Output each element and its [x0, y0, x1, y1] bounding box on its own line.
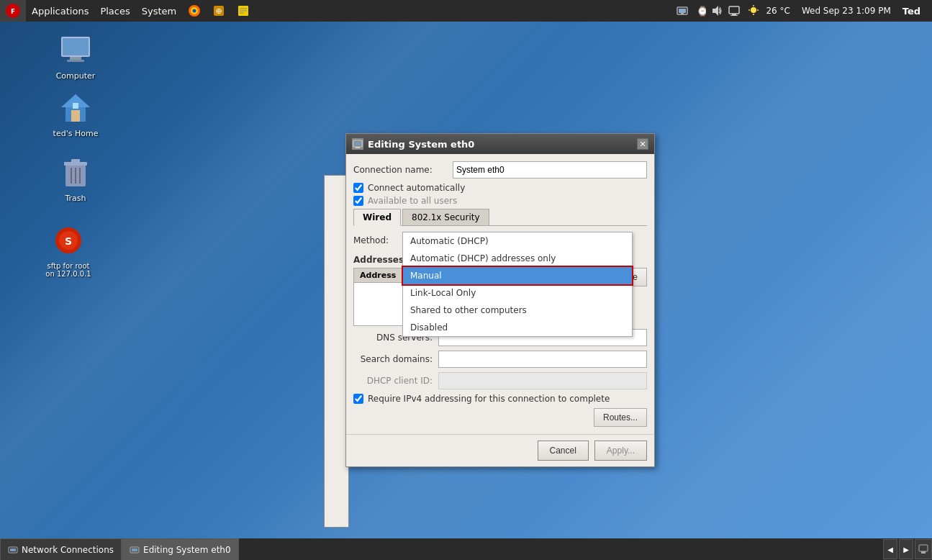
require-ipv4-label: Require IPv4 addressing for this connect…: [368, 394, 610, 404]
connect-auto-checkbox[interactable]: [353, 183, 363, 193]
tabs-bar: Wired 802.1x Security: [353, 209, 647, 226]
method-option-shared[interactable]: Shared to other computers: [403, 302, 632, 319]
svg-point-4: [193, 9, 196, 13]
svg-marker-15: [712, 6, 718, 16]
weather-widget[interactable]: 26 °C: [744, 4, 795, 17]
edit-dialog: Editing System eth0 ✕ Connection name: C…: [345, 133, 655, 467]
svg-rect-42: [355, 142, 361, 145]
svg-text:⊕: ⊕: [216, 6, 222, 16]
svg-rect-18: [730, 15, 738, 16]
dhcp-client-id-input: [438, 372, 647, 389]
connection-name-label: Connection name:: [353, 165, 447, 175]
taskbar-right-nav[interactable]: ▶: [899, 539, 913, 559]
taskbar-network-icon: [8, 545, 18, 555]
desktop-icon-sftp[interactable]: S sftp for root on 127.0.0.1: [40, 223, 97, 279]
svg-rect-48: [919, 545, 928, 551]
svg-rect-12: [679, 9, 686, 13]
taskbar-edit-icon: [130, 545, 140, 555]
require-ipv4-row: Require IPv4 addressing for this connect…: [353, 394, 647, 404]
dialog-footer: Cancel Apply...: [346, 434, 654, 466]
svg-rect-17: [732, 14, 736, 15]
tab-wired[interactable]: Wired: [353, 209, 401, 226]
sftp-icon-label: sftp for root on 127.0.0.1: [40, 261, 97, 279]
dialog-body: Connection name: Connect automatically A…: [346, 154, 654, 434]
svg-point-19: [751, 7, 756, 13]
trash-icon-label: Trash: [62, 192, 89, 204]
computer-icon-img: [58, 32, 93, 67]
dialog-title-text: Editing System eth0: [368, 139, 474, 150]
dialog-title-icon: [352, 138, 363, 150]
require-ipv4-checkbox[interactable]: [353, 394, 363, 404]
display-icon[interactable]: [727, 4, 741, 18]
method-label: Method:: [353, 235, 397, 245]
computer-icon-label: Computer: [53, 70, 99, 82]
svg-text:F: F: [11, 8, 15, 15]
tab-8021x[interactable]: 802.1x Security: [402, 209, 489, 225]
panel-fedora-icon[interactable]: F: [0, 0, 26, 22]
top-panel: F Applications Places System ⊕: [0, 0, 932, 22]
svg-rect-43: [356, 147, 360, 148]
routes-button[interactable]: Routes...: [594, 408, 647, 427]
dhcp-client-id-row: DHCP client ID:: [353, 372, 647, 389]
svg-rect-47: [132, 548, 137, 551]
connect-auto-label: Connect automatically: [368, 183, 465, 193]
svg-rect-27: [67, 60, 84, 62]
search-domains-input[interactable]: [438, 351, 647, 368]
method-dropdown[interactable]: Manual ▼ Automatic (DHCP) Automatic (DHC…: [402, 232, 489, 249]
available-all-checkbox[interactable]: [353, 196, 363, 206]
svg-rect-26: [70, 57, 81, 60]
svg-rect-49: [921, 551, 926, 554]
search-domains-row: Search domains:: [353, 351, 647, 368]
svg-rect-31: [73, 103, 78, 109]
taskbar-item-network-connections[interactable]: Network Connections: [0, 538, 122, 560]
firefox-launcher[interactable]: [182, 0, 207, 22]
connection-name-input[interactable]: [453, 161, 647, 179]
taskbar-left-nav[interactable]: ◀: [883, 539, 897, 559]
svg-text:⌚: ⌚: [697, 5, 706, 17]
weather-icon: [747, 4, 760, 17]
method-dropdown-menu: Automatic (DHCP) Automatic (DHCP) addres…: [402, 232, 633, 337]
taskbar-show-desktop[interactable]: [915, 539, 932, 559]
bluetooth-icon[interactable]: ⌚: [692, 4, 707, 18]
desktop-icon-computer[interactable]: Computer: [47, 32, 104, 82]
connect-auto-row: Connect automatically: [353, 183, 647, 193]
taskbar-nav-buttons: ◀ ▶: [883, 539, 932, 559]
connection-name-row: Connection name:: [353, 161, 647, 179]
svg-rect-34: [71, 159, 80, 163]
cancel-button[interactable]: Cancel: [538, 441, 589, 461]
desktop-icon-trash[interactable]: Trash: [47, 155, 104, 204]
method-option-link-local[interactable]: Link-Local Only: [403, 284, 632, 302]
weather-temp: 26 °C: [763, 6, 792, 16]
method-option-dhcp-addr[interactable]: Automatic (DHCP) addresses only: [403, 250, 632, 267]
bookmarks-launcher[interactable]: ⊕: [207, 0, 231, 22]
applications-menu[interactable]: Applications: [26, 0, 94, 22]
svg-text:S: S: [65, 235, 72, 247]
routes-row: Routes...: [353, 408, 647, 427]
volume-icon[interactable]: [710, 4, 724, 18]
method-option-dhcp[interactable]: Automatic (DHCP): [403, 232, 632, 250]
desktop-icon-teds-home[interactable]: ted's Home: [47, 90, 104, 140]
taskbar: Network Connections Editing System eth0 …: [0, 538, 932, 560]
teds-home-icon-label: ted's Home: [50, 127, 101, 140]
bookmarks-icon: ⊕: [212, 4, 225, 17]
svg-rect-45: [10, 548, 16, 551]
apply-button[interactable]: Apply...: [594, 441, 647, 461]
network-manager-icon[interactable]: [675, 4, 689, 18]
dialog-close-button[interactable]: ✕: [637, 138, 648, 150]
method-option-manual[interactable]: Manual: [403, 267, 632, 284]
home-icon-img: [58, 90, 93, 125]
sftp-icon-img: S: [51, 223, 86, 258]
svg-rect-25: [63, 38, 89, 55]
available-all-row: Available to all users: [353, 196, 647, 206]
method-option-disabled[interactable]: Disabled: [403, 319, 632, 336]
places-menu[interactable]: Places: [94, 0, 135, 22]
search-domains-label: Search domains:: [353, 354, 433, 364]
notes-launcher[interactable]: [231, 0, 255, 22]
taskbar-item-editing-eth0[interactable]: Editing System eth0: [122, 538, 239, 560]
system-menu[interactable]: System: [136, 0, 182, 22]
user-label: Ted: [897, 6, 926, 17]
available-all-label: Available to all users: [368, 196, 457, 206]
notes-icon: [237, 4, 250, 17]
svg-rect-16: [729, 6, 739, 14]
datetime-display: Wed Sep 23 1:09 PM: [799, 6, 894, 16]
